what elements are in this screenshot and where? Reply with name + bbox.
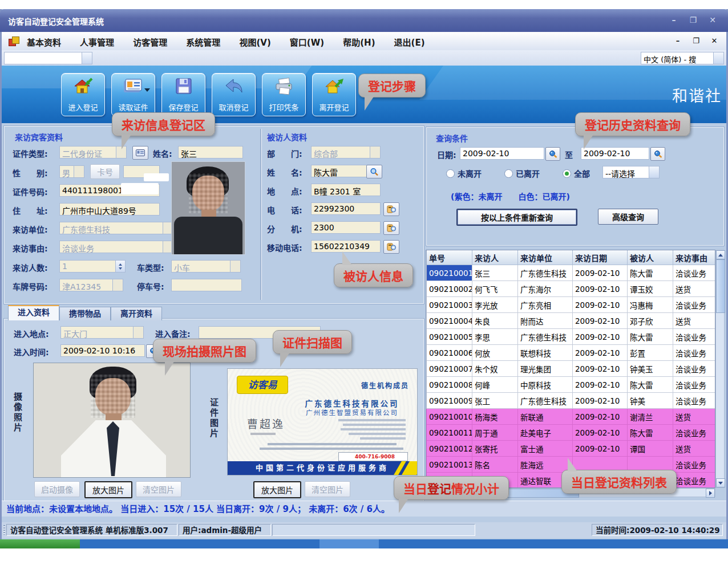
table-row[interactable]: 090210004朱良附而达2009-02-10邓子欣送货 (427, 313, 715, 329)
read-card-button[interactable]: 读取证件 (111, 73, 155, 116)
reason-combo[interactable]: 洽谈业务 (59, 241, 173, 253)
table-cell[interactable]: 洽谈业务 (673, 329, 715, 345)
table-cell[interactable]: 朱个奴 (472, 361, 518, 377)
restore-icon[interactable]: ❐ (686, 14, 701, 26)
query-select[interactable]: --请选择 (602, 166, 660, 178)
radio-not-left[interactable]: 未离开 (446, 168, 482, 179)
dial-phone-button[interactable] (383, 202, 399, 216)
search-person-button[interactable] (366, 165, 382, 178)
people-stepper[interactable]: 1 (59, 260, 126, 273)
card-no-button[interactable]: 卡号 (90, 164, 120, 179)
table-header-cell[interactable]: 来访单位 (518, 250, 573, 265)
table-header-cell[interactable]: 被访人 (628, 250, 673, 265)
date-from-picker-button[interactable] (545, 147, 560, 161)
table-cell[interactable]: 钟美 (628, 393, 673, 409)
table-cell[interactable]: 2009-02-10 (573, 329, 628, 345)
leave-register-button[interactable]: 离开登记 (312, 73, 356, 116)
table-cell[interactable]: 附而达 (518, 313, 573, 329)
mdi-restore-icon[interactable]: ❐ (690, 36, 702, 46)
table-cell[interactable]: 2009-02-10 (573, 297, 628, 313)
table-cell[interactable]: 赴美电子 (518, 425, 573, 441)
table-cell[interactable]: 广东海尔 (518, 281, 573, 297)
radio-all[interactable]: 全部 (563, 168, 590, 179)
entry-place-combo[interactable]: 正大门 (60, 326, 144, 339)
table-cell[interactable]: 周于通 (472, 425, 518, 441)
language-combo-arrow-icon[interactable] (713, 52, 723, 64)
table-cell[interactable]: 090210007 (427, 361, 472, 377)
table-cell[interactable]: 送货 (673, 313, 715, 329)
table-cell[interactable]: 送货 (673, 409, 715, 425)
table-row[interactable]: 090210006何放联想科技2009-02-10彭置洽谈业务 (427, 345, 715, 361)
radio-left[interactable]: 已离开 (504, 168, 540, 179)
table-cell[interactable]: 090210002 (427, 281, 472, 297)
menu-hr[interactable]: 人事管理 (72, 32, 122, 50)
table-cell[interactable]: 广东亮相 (518, 297, 573, 313)
visited-mobile-field[interactable]: 15602210349 (311, 240, 381, 253)
cert-type-combo[interactable]: 二代身份证 (59, 146, 127, 158)
table-cell[interactable]: 谭玉姣 (628, 281, 673, 297)
zoom-card-button[interactable]: 放大图片 (253, 481, 301, 498)
table-cell[interactable]: 李思 (472, 329, 518, 345)
read-card-dropdown-icon[interactable] (144, 88, 150, 92)
table-cell[interactable]: 洽谈业务 (673, 425, 715, 441)
save-register-button[interactable]: 保存登记 (161, 73, 205, 116)
table-cell[interactable]: 李光放 (472, 297, 518, 313)
visited-phone-field[interactable]: 22992300 (311, 202, 381, 215)
table-cell[interactable]: 2009-02-10 (573, 425, 628, 441)
menu-system[interactable]: 系统管理 (178, 32, 228, 50)
table-cell[interactable]: 张三 (472, 265, 518, 281)
table-cell[interactable]: 联想科技 (518, 345, 573, 361)
table-cell[interactable]: 富士通 (518, 441, 573, 457)
table-cell[interactable]: 洽谈业务 (673, 473, 715, 489)
table-cell[interactable]: 090210004 (427, 313, 472, 329)
tab-entry-info[interactable]: 进入资料 (8, 305, 59, 320)
table-cell[interactable]: 张工 (472, 393, 518, 409)
table-row[interactable]: 090210003李光放广东亮相2009-02-10冯惠梅洽谈业务 (427, 297, 715, 313)
table-row[interactable]: 090210007朱个奴理光集团2009-02-10钟美玉洽谈业务 (427, 361, 715, 377)
requery-button[interactable]: 按以上条件重新查询 (456, 209, 577, 226)
table-cell[interactable]: 2009-02-10 (573, 313, 628, 329)
scroll-down-icon[interactable] (716, 478, 725, 487)
scroll-right-icon[interactable] (706, 489, 715, 498)
people-spinner-icon[interactable] (115, 261, 125, 272)
address-field[interactable]: 广州市中山大道89号 (59, 203, 160, 216)
table-cell[interactable]: 中原科技 (518, 377, 573, 393)
table-cell[interactable]: 洽谈业务 (673, 265, 715, 281)
tab-leave-info[interactable]: 离开资料 (111, 307, 162, 320)
table-cell[interactable]: 广东德生科技 (518, 329, 573, 345)
table-cell[interactable]: 钟美玉 (628, 361, 673, 377)
table-row[interactable]: 090210012张寄托富士通2009-02-10谭国送货 (427, 441, 715, 457)
table-cell[interactable]: 090210009 (427, 393, 472, 409)
table-header-cell[interactable]: 来访人 (472, 250, 518, 265)
close-icon[interactable]: ✕ (705, 14, 720, 26)
table-cell[interactable]: 新联通 (518, 409, 573, 425)
table-cell[interactable]: 2009-02-10 (573, 265, 628, 281)
table-row[interactable]: 090210009张工广东德生科技2009-02-10钟美洽谈业务 (427, 393, 715, 409)
parking-field[interactable] (171, 279, 242, 291)
table-cell[interactable]: 陈大雷 (628, 425, 673, 441)
table-cell[interactable]: 洽谈业务 (673, 377, 715, 393)
table-cell[interactable]: 2009-02-10 (573, 441, 628, 457)
menu-window[interactable]: 窗口(W) (282, 32, 332, 50)
table-cell[interactable]: 090210006 (427, 345, 472, 361)
scroll-up-icon[interactable] (716, 250, 725, 259)
query-select-arrow-icon[interactable] (649, 166, 659, 178)
date-from-field[interactable]: 2009-02-10 (460, 147, 544, 160)
table-cell[interactable]: 洽谈业务 (673, 345, 715, 361)
menu-exit[interactable]: 退出(E) (386, 32, 433, 50)
table-cell[interactable]: 090210012 (427, 441, 472, 457)
start-camera-button[interactable]: 启动摄像 (34, 481, 80, 497)
table-cell[interactable]: 2009-02-10 (573, 361, 628, 377)
table-cell[interactable]: 朱良 (472, 313, 518, 329)
table-cell[interactable]: 洽谈业务 (673, 457, 715, 473)
print-ticket-button[interactable]: 打印凭条 (262, 73, 306, 116)
table-cell[interactable]: 陈名 (472, 457, 518, 473)
table-cell[interactable]: 洽谈业务 (673, 361, 715, 377)
visited-place-field[interactable]: B幢 2301 室 (311, 184, 381, 196)
table-cell[interactable]: 090210010 (427, 409, 472, 425)
menu-visitor[interactable]: 访客管理 (125, 32, 175, 50)
table-cell[interactable]: 陈大雷 (628, 329, 673, 345)
table-cell[interactable]: 广东德生科技 (518, 265, 573, 281)
table-cell[interactable]: 090210001 (427, 265, 472, 281)
visited-ext-field[interactable]: 2300 (311, 221, 381, 234)
